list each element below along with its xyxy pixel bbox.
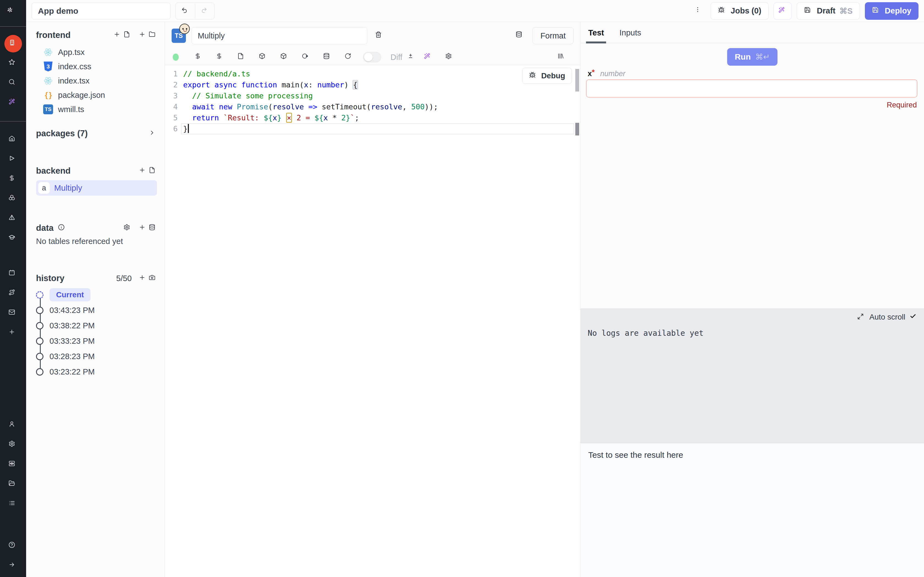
draft-button[interactable]: Draft ⌘S: [797, 2, 860, 20]
editor-settings-gear-icon[interactable]: [439, 53, 460, 62]
add-table-button[interactable]: [139, 224, 157, 232]
schedules-calendar-icon[interactable]: [5, 265, 22, 283]
help-icon[interactable]: [5, 537, 22, 555]
file-name: index.tsx: [58, 76, 89, 85]
code-line[interactable]: 4 await new Promise(resolve => setTimeou…: [165, 102, 574, 112]
package-box-icon-2[interactable]: [274, 53, 296, 62]
left-icon-rail: [0, 0, 26, 577]
packages-row[interactable]: packages (7): [36, 129, 157, 139]
info-icon[interactable]: [58, 224, 66, 232]
package-box-icon[interactable]: [252, 53, 274, 62]
mail-icon[interactable]: [5, 305, 22, 322]
expand-rail-arrow-icon[interactable]: [5, 557, 22, 575]
file-item[interactable]: App.tsx: [36, 45, 157, 60]
app-name-input[interactable]: [32, 2, 171, 19]
ai-wand-icon[interactable]: [418, 53, 439, 62]
folders-icon[interactable]: [5, 476, 22, 493]
audit-list-icon[interactable]: [5, 496, 22, 513]
code-line[interactable]: 1// backend/a.ts: [165, 68, 574, 79]
test-panel-tabs: Test Inputs: [580, 22, 924, 43]
code-line[interactable]: 3 // Simulate some processing: [165, 90, 574, 102]
packages-label: packages (7): [36, 129, 88, 139]
contextual-variable-dollar-icon[interactable]: [210, 53, 231, 62]
database-icon: [149, 224, 157, 232]
tab-test[interactable]: Test: [588, 28, 604, 43]
add-folder-button[interactable]: [139, 31, 157, 39]
workspace-icon[interactable]: [5, 35, 22, 53]
code-line[interactable]: 5 return `Result: ${x} × 2 = ${x * 2}`;: [165, 112, 574, 123]
editor-database-icon[interactable]: [514, 29, 527, 42]
windmill-logo[interactable]: [0, 0, 26, 27]
history-entry[interactable]: 03:28:23 PM: [36, 349, 157, 364]
react-icon: [43, 76, 53, 86]
version-timestamp: 03:23:22 PM: [50, 367, 95, 376]
history-entry[interactable]: 03:38:22 PM: [36, 318, 157, 333]
runs-play-icon[interactable]: [5, 151, 22, 168]
library-icon[interactable]: [551, 53, 573, 62]
add-backend-script-button[interactable]: [139, 167, 157, 175]
add-file-button[interactable]: [113, 31, 132, 39]
script-name-input[interactable]: [191, 27, 367, 44]
delete-script-trash-icon[interactable]: [373, 29, 386, 42]
tutorials-cap-icon[interactable]: [5, 230, 22, 248]
deploy-button[interactable]: Deploy: [865, 2, 919, 20]
script-file-icon[interactable]: [231, 53, 252, 62]
editor-scrollbar[interactable]: [574, 65, 580, 577]
assets-icon[interactable]: [296, 53, 317, 62]
text-cursor: [188, 124, 189, 133]
variables-dollar-icon[interactable]: [188, 53, 210, 62]
ai-wand-icon[interactable]: [5, 94, 22, 112]
jobs-button[interactable]: Jobs (0): [711, 2, 769, 20]
favorites-star-icon[interactable]: [5, 55, 22, 72]
backend-item-multiply[interactable]: a Multiply: [36, 180, 157, 196]
tab-inputs[interactable]: Inputs: [619, 28, 641, 43]
run-button[interactable]: Run ⌘↵: [727, 48, 778, 66]
user-icon[interactable]: [5, 417, 22, 434]
settings-gear-icon[interactable]: [5, 436, 22, 454]
debug-button[interactable]: Debug: [522, 68, 572, 84]
search-icon[interactable]: [5, 74, 22, 92]
file-item[interactable]: index.tsx: [36, 74, 157, 88]
history-entry[interactable]: 03:23:22 PM: [36, 364, 157, 379]
history-entry[interactable]: 03:33:23 PM: [36, 333, 157, 349]
redo-button[interactable]: [195, 3, 214, 19]
logs-panel: Auto scroll No logs are available yet: [580, 309, 924, 443]
triggers-pyramid-icon[interactable]: [5, 210, 22, 228]
x-number-input[interactable]: [586, 79, 918, 98]
flows-route-icon[interactable]: [5, 285, 22, 303]
ai-assistant-button[interactable]: [774, 2, 792, 20]
toolbar-database-icon[interactable]: [317, 53, 338, 62]
line-content: // backend/a.ts: [178, 68, 250, 79]
resources-boxes-icon[interactable]: [5, 190, 22, 208]
diff-toggle[interactable]: [363, 52, 381, 62]
topbar: Jobs (0) Draft ⌘S Deploy: [26, 0, 924, 22]
workers-server-icon[interactable]: [5, 456, 22, 474]
file-item[interactable]: TSwmill.ts: [36, 102, 157, 116]
format-button[interactable]: Format: [532, 27, 573, 44]
data-settings-gear-icon[interactable]: [123, 224, 132, 232]
undo-button[interactable]: [176, 3, 195, 19]
home-icon[interactable]: [5, 131, 22, 149]
logs-empty-text: No logs are available yet: [588, 329, 917, 338]
add-snapshot-button[interactable]: [139, 274, 157, 282]
file-item[interactable]: 3index.css: [36, 60, 157, 74]
code-line[interactable]: 2export async function main(x: number) {: [165, 79, 574, 90]
add-plus-icon[interactable]: [5, 324, 22, 342]
data-empty-text: No tables referenced yet: [36, 237, 157, 246]
debug-label: Debug: [541, 71, 565, 80]
scrollbar-thumb[interactable]: [575, 69, 579, 92]
history-entry[interactable]: 03:43:23 PM: [36, 303, 157, 318]
reload-icon[interactable]: [338, 53, 360, 62]
variables-dollar-icon[interactable]: [5, 171, 22, 188]
diff-icon[interactable]: [405, 53, 418, 61]
autoscroll-control[interactable]: Auto scroll: [857, 313, 918, 321]
code-line[interactable]: 6}: [165, 123, 574, 134]
file-item[interactable]: { }package.json: [36, 88, 157, 102]
line-content: }: [178, 123, 189, 134]
more-menu-kebab-icon[interactable]: [693, 5, 706, 18]
bug-icon: [529, 72, 537, 80]
draft-label: Draft: [817, 6, 835, 15]
current-version-pill[interactable]: Current: [50, 288, 90, 301]
code-editor[interactable]: Debug 1// backend/a.ts2export async func…: [165, 65, 580, 577]
react-icon: [43, 47, 53, 57]
